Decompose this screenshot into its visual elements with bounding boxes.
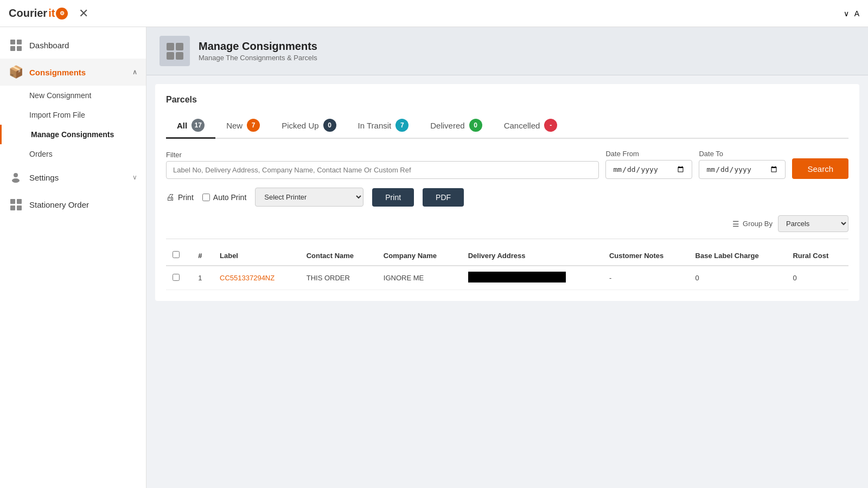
page-header-text: Manage Consignments Manage The Consignme… [199,40,317,62]
col-rural-cost: Rural Cost [786,246,848,266]
row-base-label-charge: 0 [689,266,787,290]
filter-row: Filter Date From Date To Search [166,150,848,179]
table-row: 1 CC551337294NZ THIS ORDER IGNORE ME - 0… [166,266,848,290]
col-base-label-charge: Base Label Charge [689,246,787,266]
sidebar-dashboard-label: Dashboard [29,41,137,50]
printer-icon: 🖨 [166,192,175,202]
parcels-tabs: All 17 New 7 Picked Up 0 In Transit 7 De… [166,113,848,139]
printer-select[interactable]: Select Printer [255,188,363,207]
group-by-label: ☰ Group By [732,220,773,228]
filter-group-date-from: Date From [605,150,692,179]
tab-in-transit[interactable]: In Transit 7 [347,113,420,139]
table-header-row: # Label Contact Name Company Name Delive… [166,246,848,266]
row-select-checkbox[interactable] [173,274,180,281]
print-section: 🖨 Print Auto Print Select Printer Print … [166,188,848,207]
tab-picked-up[interactable]: Picked Up 0 [271,113,347,139]
date-from-label: Date From [605,150,692,158]
group-by-select[interactable]: Parcels Date Contact [778,215,848,232]
group-by-icon: ☰ [732,220,739,228]
logo-it-text: it [48,7,55,20]
tab-delivered[interactable]: Delivered 0 [419,113,493,139]
top-bar: Courierit ⚙ ✕ ∨ A [0,0,868,27]
auto-print-text: Auto Print [213,193,246,202]
stationery-icon [9,197,23,211]
col-checkbox [166,246,192,266]
consignments-table: # Label Contact Name Company Name Delive… [166,246,848,290]
filter-input[interactable] [166,161,599,179]
print-button[interactable]: Print [372,188,414,207]
top-bar-right: ∨ A [844,9,859,18]
col-delivery-address: Delivery Address [462,246,603,266]
tab-all-badge: 17 [192,119,205,132]
sidebar-item-import-file[interactable]: Import From File [0,105,146,125]
tab-in-transit-label: In Transit [358,121,392,130]
auto-print-checkbox[interactable] [202,194,210,201]
group-by-row: ☰ Group By Parcels Date Contact [166,215,848,232]
main-content: Manage Consignments Manage The Consignme… [146,27,868,488]
sidebar-item-consignments[interactable]: 📦 Consignments ∧ [0,59,146,86]
sidebar-item-orders[interactable]: Orders [0,144,146,164]
date-to-label: Date To [699,150,786,158]
col-company-name: Company Name [377,246,462,266]
content-area: Parcels All 17 New 7 Picked Up 0 In Tran… [155,84,859,301]
logo-courier-text: Courier [9,7,47,20]
svg-point-1 [12,178,20,183]
sidebar-settings-label: Settings [29,173,126,182]
col-customer-notes: Customer Notes [603,246,689,266]
filter-label: Filter [166,151,599,159]
sidebar-item-stationery-order[interactable]: Stationery Order [0,191,146,218]
consignments-chevron-icon: ∧ [132,68,137,76]
consignments-submenu: New Consignment Import From File Manage … [0,86,146,164]
page-header-icon [159,36,190,66]
parcels-section-title: Parcels [166,95,848,105]
top-bar-left: Courierit ⚙ ✕ [9,7,88,21]
row-delivery-address [462,266,603,290]
delivery-address-redacted [468,272,566,282]
close-button[interactable]: ✕ [79,7,88,21]
table-divider [166,239,848,239]
date-to-input[interactable] [699,160,786,179]
tab-new-label: New [226,121,242,130]
date-from-input[interactable] [605,160,692,179]
col-contact-name: Contact Name [300,246,377,266]
select-all-checkbox[interactable] [173,251,180,258]
label-link[interactable]: CC551337294NZ [220,274,275,282]
pdf-button[interactable]: PDF [423,188,464,207]
tab-picked-up-label: Picked Up [282,121,318,130]
search-button[interactable]: Search [792,158,848,179]
print-label-text: Print [178,193,194,202]
logo-settings-icon: ⚙ [56,8,68,20]
consignments-icon: 📦 [9,65,23,79]
table-container: # Label Contact Name Company Name Delive… [166,246,848,290]
page-title: Manage Consignments [199,40,317,53]
page-subtitle: Manage The Consignments & Parcels [199,54,317,62]
auto-print-label[interactable]: Auto Print [202,193,246,202]
sidebar-stationery-label: Stationery Order [29,200,137,209]
row-label[interactable]: CC551337294NZ [213,266,300,290]
filter-group-main: Filter [166,151,599,179]
tab-new[interactable]: New 7 [215,113,271,139]
tab-delivered-badge: 0 [469,119,482,132]
tab-all-label: All [177,121,187,130]
page-header: Manage Consignments Manage The Consignme… [146,27,868,75]
top-bar-chevron: ∨ [844,9,849,18]
tab-picked-up-badge: 0 [323,119,336,132]
col-label: Label [213,246,300,266]
row-company-name: IGNORE ME [377,266,462,290]
tab-in-transit-badge: 7 [395,119,409,132]
sidebar-item-manage-consignments[interactable]: Manage Consignments [0,125,146,144]
row-checkbox [166,266,192,290]
sidebar-item-new-consignment[interactable]: New Consignment [0,86,146,105]
tab-new-badge: 7 [247,119,260,132]
row-customer-notes: - [603,266,689,290]
sidebar-item-dashboard[interactable]: Dashboard [0,31,146,59]
tab-all[interactable]: All 17 [166,113,215,139]
dashboard-icon [9,38,23,52]
group-by-text: Group By [743,220,773,228]
row-num: 1 [192,266,213,290]
row-contact-name: THIS ORDER [300,266,377,290]
tab-cancelled[interactable]: Cancelled - [493,113,569,139]
settings-chevron-icon: ∨ [132,174,137,181]
row-rural-cost: 0 [786,266,848,290]
sidebar-item-settings[interactable]: Settings ∨ [0,164,146,191]
